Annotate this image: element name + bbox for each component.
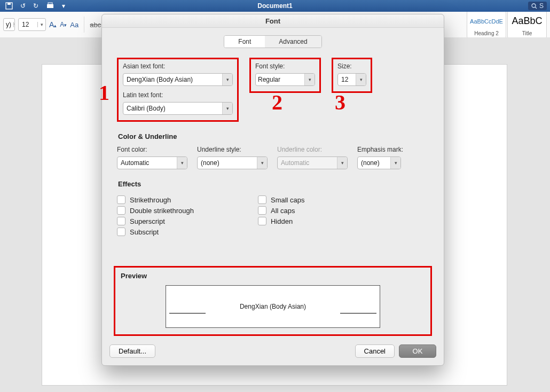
preview-heading: Preview [121, 272, 425, 280]
document-title: Document1 [0, 2, 550, 10]
annotation-3: 3 [335, 90, 345, 115]
annotation-1: 1 [99, 80, 109, 105]
change-case-icon[interactable]: Aa [70, 21, 78, 29]
annotation-box-1: Asian text font: DengXian (Body Asian) ▾… [117, 58, 239, 122]
ok-button[interactable]: OK [399, 344, 436, 358]
divider [84, 17, 84, 33]
annotation-box-preview: Preview DengXian (Body Asian) [114, 266, 432, 336]
underline-style-select[interactable]: (none) ▾ [197, 156, 268, 169]
effect-all-caps[interactable]: All caps [258, 206, 305, 215]
color-underline-heading: Color & Underline [118, 132, 429, 140]
dialog-tabs: Font Advanced [117, 35, 429, 48]
chevron-down-icon: ▾ [337, 157, 347, 169]
effect-small-caps[interactable]: Small caps [258, 195, 305, 204]
font-color-select[interactable]: Automatic ▾ [117, 156, 187, 169]
font-style-select[interactable]: Regular ▾ [255, 73, 315, 86]
chevron-down-icon[interactable]: ▾ [222, 74, 232, 85]
font-dialog: Font Font Advanced Asian text font: Deng… [101, 14, 444, 366]
effect-strikethrough[interactable]: Strikethrough [117, 195, 194, 204]
chevron-down-icon[interactable]: ▾ [222, 103, 232, 114]
latin-font-label: Latin text font: [123, 91, 233, 99]
preview-box: DengXian (Body Asian) [166, 285, 380, 328]
underline-color-select: Automatic ▾ [277, 156, 348, 169]
annotation-box-2: Font style: Regular ▾ [249, 58, 321, 93]
asian-font-label: Asian text font: [123, 62, 233, 70]
font-color-label: Font color: [117, 146, 187, 153]
emphasis-mark-label: Emphasis mark: [357, 146, 403, 153]
asian-font-select[interactable]: DengXian (Body Asian) ▾ [123, 73, 233, 86]
shrink-font-icon[interactable]: A▾ [60, 21, 67, 28]
style-heading-2[interactable]: AaBbCcDdE Heading 2 [467, 11, 506, 38]
underline-color-label: Underline color: [277, 146, 348, 153]
tab-font[interactable]: Font [224, 36, 265, 48]
font-size-label: Size: [337, 62, 366, 70]
effects-heading: Effects [118, 180, 429, 188]
chevron-down-icon[interactable]: ▾ [390, 157, 400, 169]
app-titlebar: ↺ ↻ ▾ Document1 S [0, 0, 550, 12]
default-button[interactable]: Default... [109, 344, 155, 358]
grow-font-icon[interactable]: A▴ [49, 20, 57, 29]
font-style-label: Font style: [255, 62, 315, 70]
effect-hidden[interactable]: Hidden [258, 217, 305, 225]
effect-subscript[interactable]: Subscript [117, 228, 194, 236]
style-title[interactable]: AaBbC Title [507, 11, 547, 38]
chevron-down-icon[interactable]: ▾ [177, 157, 187, 169]
strikethrough-icon[interactable]: abc [90, 21, 101, 29]
dialog-title: Font [102, 14, 444, 28]
font-name-combo[interactable]: y) ▾ [3, 18, 15, 31]
annotation-2: 2 [272, 90, 282, 115]
cancel-button[interactable]: Cancel [355, 344, 395, 358]
chevron-down-icon[interactable]: ▾ [37, 22, 45, 27]
effect-superscript[interactable]: Superscript [117, 217, 194, 225]
chevron-down-icon[interactable]: ▾ [304, 74, 315, 85]
effect-double-strikethrough[interactable]: Double strikethrough [117, 206, 194, 215]
font-size-select[interactable]: 12 ▾ [337, 73, 366, 86]
annotation-box-3: Size: 12 ▾ [332, 58, 372, 93]
preview-baseline-left [169, 313, 206, 313]
chevron-down-icon[interactable]: ▾ [356, 74, 366, 85]
font-size-combo[interactable]: 12 ▾ [18, 18, 46, 31]
preview-text: DengXian (Body Asian) [240, 303, 306, 310]
preview-baseline-right [340, 313, 376, 313]
emphasis-mark-select[interactable]: (none) ▾ [357, 156, 401, 169]
tab-advanced[interactable]: Advanced [265, 36, 321, 48]
underline-style-label: Underline style: [197, 146, 268, 153]
style-gallery[interactable]: AaBbCcDdE Heading 2 AaBbC Title [467, 11, 547, 38]
font-size-value: 12 [19, 21, 37, 28]
latin-font-select[interactable]: Calibri (Body) ▾ [123, 102, 233, 115]
chevron-down-icon[interactable]: ▾ [257, 157, 267, 169]
